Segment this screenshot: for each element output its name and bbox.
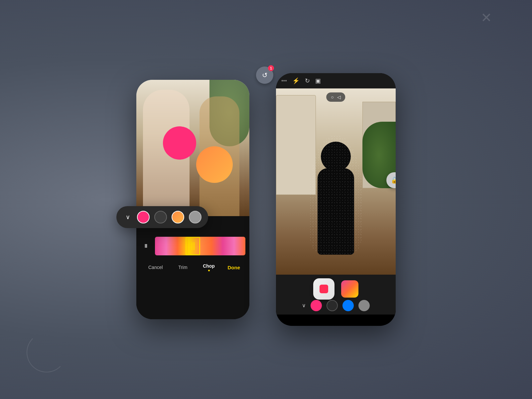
- swatch-orange[interactable]: [172, 211, 184, 223]
- undo-icon: ↺: [262, 71, 268, 79]
- swatch-right-pink[interactable]: [311, 300, 322, 311]
- undo-badge: 1: [268, 65, 274, 71]
- circle-overlay-pink: [163, 126, 196, 160]
- timeline-segment-3: [200, 237, 223, 255]
- decorative-arc: [27, 332, 66, 372]
- swatch-dark[interactable]: [154, 211, 167, 223]
- right-phone: ↺ 1 ••• ⚡ ↻ ▣: [276, 73, 396, 326]
- timeline-segment-1: [155, 237, 178, 255]
- volume-icon[interactable]: ◁: [337, 94, 341, 100]
- left-phone-inner: ∨ ⏸ 00:52: [136, 80, 249, 319]
- main-container: ∨ ⏸ 00:52: [136, 73, 396, 326]
- undo-button[interactable]: ↺ 1: [256, 66, 273, 84]
- handle-bar-2: [194, 242, 195, 250]
- camera-overlay-controls: ○ ◁: [326, 92, 345, 102]
- swatch-pink[interactable]: [137, 211, 150, 223]
- color-row-right: ∨: [302, 300, 370, 311]
- decorative-cross: ✕: [481, 10, 492, 25]
- timeline-handle[interactable]: [186, 237, 200, 255]
- video-preview: [136, 80, 249, 216]
- flash-icon[interactable]: ⚡: [292, 77, 300, 84]
- timeline-row: ⏸ 00:52: [140, 237, 245, 255]
- bottom-controls: ⏸ 00:52: [136, 216, 249, 319]
- swatch-gray[interactable]: [189, 211, 201, 223]
- record-button[interactable]: [313, 278, 334, 300]
- sparkle-effect: [309, 135, 362, 255]
- done-button[interactable]: Done: [227, 265, 240, 270]
- pause-button[interactable]: ⏸: [140, 240, 152, 252]
- timeline-segment-4: [223, 237, 245, 255]
- gallery-button[interactable]: [341, 280, 358, 298]
- top-bar-icons: ••• ⚡ ↻ ▣: [281, 77, 321, 84]
- swatch-right-gray[interactable]: [358, 300, 370, 311]
- active-indicator: [208, 270, 210, 271]
- cancel-button[interactable]: Cancel: [146, 263, 166, 271]
- handle-bar-1: [192, 242, 193, 250]
- right-phone-inner: ••• ⚡ ↻ ▣ ○ ◁: [276, 73, 396, 326]
- color-picker-popup: ∨: [136, 206, 208, 228]
- record-dot: [320, 285, 328, 293]
- circle-overlay-orange: [196, 146, 233, 183]
- top-bar: ••• ⚡ ↻ ▣: [276, 73, 396, 88]
- flip-icon[interactable]: ↻: [305, 77, 310, 84]
- swatch-right-blue[interactable]: [342, 300, 354, 311]
- action-bar: Cancel Trim Chop Done: [140, 258, 245, 274]
- record-row: [313, 278, 358, 300]
- handle-bars: [192, 242, 195, 250]
- more-icon[interactable]: •••: [281, 78, 287, 84]
- chop-button[interactable]: Chop: [200, 262, 217, 273]
- trim-button[interactable]: Trim: [176, 263, 190, 271]
- timer-icon[interactable]: ○: [331, 94, 333, 100]
- chevron-down-right-icon[interactable]: ∨: [302, 302, 306, 309]
- left-phone: ∨ ⏸ 00:52: [136, 80, 249, 319]
- camera-view: ○ ◁ 🔓: [276, 88, 396, 275]
- bottom-bar-right: ∨: [276, 275, 396, 315]
- timeline-strip[interactable]: 00:52: [155, 237, 245, 255]
- aspect-icon[interactable]: ▣: [315, 77, 321, 84]
- swatch-right-dark[interactable]: [327, 300, 338, 311]
